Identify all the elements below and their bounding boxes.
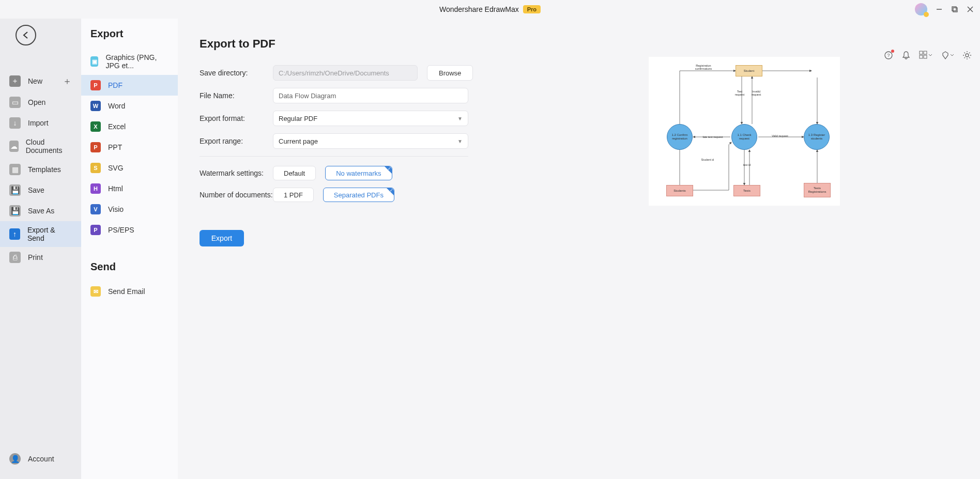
label-file-name: File Name:: [200, 91, 273, 100]
pill-label: Separated PDFs: [334, 191, 384, 199]
export-list: ▣ Graphics (PNG, JPG et... P PDF W Word …: [81, 48, 178, 240]
watermark-none-option[interactable]: No watermarks: [325, 166, 392, 180]
label-invalid-req: Invalid request: [749, 90, 763, 96]
export-item-label: Html: [108, 184, 123, 193]
back-button[interactable]: [16, 25, 36, 45]
mail-icon: ✉: [90, 286, 101, 297]
sidebar-item-cloud[interactable]: ☁ Cloud Documents: [0, 133, 81, 159]
svg-rect-9: [920, 55, 923, 58]
sidebar-item-new[interactable]: ＋ New ＋: [0, 70, 81, 92]
export-item-excel[interactable]: X Excel: [81, 116, 178, 137]
ppt-file-icon: P: [90, 142, 101, 152]
word-file-icon: W: [90, 101, 101, 111]
arrow-left-icon: [21, 30, 31, 40]
export-item-svg[interactable]: S SVG: [81, 158, 178, 178]
image-file-icon: ▣: [90, 56, 98, 67]
export-item-visio[interactable]: V Visio: [81, 199, 178, 220]
sidebar-item-label: Save: [28, 186, 44, 194]
export-button[interactable]: Export: [200, 230, 244, 246]
send-item-label: Send Email: [108, 287, 145, 296]
user-icon: 👤: [9, 453, 21, 465]
label-test-id: test id: [741, 163, 753, 166]
help-icon[interactable]: ?: [884, 51, 893, 60]
row-numdocs: Number of documents: 1 PDF Separated PDF…: [200, 188, 489, 202]
select-value: Regular PDF: [279, 115, 317, 122]
plus-icon: ＋: [9, 75, 21, 87]
maximize-icon[interactable]: [951, 6, 958, 13]
sidebar-item-label: Templates: [28, 165, 61, 174]
user-avatar[interactable]: [915, 3, 927, 16]
browse-button[interactable]: Browse: [427, 65, 473, 81]
sidebar-item-save[interactable]: 💾 Save: [0, 180, 81, 200]
row-export-range: Export range: Current page ▼: [200, 133, 489, 149]
svg-rect-2: [953, 8, 957, 12]
sidebar-item-templates[interactable]: ▦ Templates: [0, 159, 81, 180]
row-watermark: Watermark settings: Default No watermark…: [200, 166, 489, 180]
sidebar-item-label: Print: [28, 253, 43, 261]
row-export-format: Export format: Regular PDF ▼: [200, 111, 489, 126]
add-icon[interactable]: ＋: [63, 75, 72, 87]
export-item-ppt[interactable]: P PPT: [81, 137, 178, 158]
label-watermark: Watermark settings:: [200, 169, 273, 177]
file-name-input[interactable]: [273, 88, 468, 103]
theme-icon[interactable]: [941, 51, 954, 60]
import-icon: ↓: [9, 117, 21, 129]
folder-icon: ▭: [9, 97, 21, 108]
sidebar-item-label: New: [28, 77, 42, 85]
content: Export to PDF Save directory: Browse Fil…: [178, 19, 980, 479]
chevron-down-icon: ▼: [457, 138, 463, 144]
save-icon: 💾: [9, 184, 21, 196]
export-item-graphics[interactable]: ▣ Graphics (PNG, JPG et...: [81, 48, 178, 75]
grid-icon[interactable]: [919, 51, 932, 60]
export-item-label: Graphics (PNG, JPG et...: [105, 53, 169, 70]
export-item-label: Word: [108, 102, 125, 110]
watermark-default-option[interactable]: Default: [273, 166, 316, 180]
send-email-item[interactable]: ✉ Send Email: [81, 281, 178, 302]
select-value: Current page: [279, 137, 318, 145]
export-item-label: Excel: [108, 122, 126, 131]
sidebar-item-label: Export & Send: [27, 226, 72, 242]
minimize-icon[interactable]: [936, 6, 943, 13]
save-directory-input[interactable]: [273, 65, 418, 81]
titlebar-right: [915, 3, 974, 16]
svg-rect-7: [920, 51, 923, 54]
sidebar-item-label: Open: [28, 98, 45, 106]
export-item-pdf[interactable]: P PDF: [81, 75, 178, 96]
close-icon[interactable]: [967, 6, 974, 13]
export-item-html[interactable]: H Html: [81, 178, 178, 199]
sidebar-item-saveas[interactable]: 💾 Save As: [0, 200, 81, 221]
export-format-select[interactable]: Regular PDF ▼: [273, 111, 468, 126]
label-export-range: Export range:: [200, 137, 273, 145]
numdocs-one-option[interactable]: 1 PDF: [273, 188, 314, 202]
sidebar-item-open[interactable]: ▭ Open: [0, 92, 81, 113]
sidebar-left: ＋ New ＋ ▭ Open ↓ Import ☁ Cloud Document…: [0, 19, 81, 479]
svg-rect-1: [952, 7, 956, 11]
numdocs-separated-option[interactable]: Separated PDFs: [323, 188, 394, 202]
label-latetest: late test request: [702, 135, 723, 138]
export-heading: Export: [81, 28, 178, 48]
account-label: Account: [28, 455, 54, 463]
saveas-icon: 💾: [9, 205, 21, 217]
label-save-directory: Save directory:: [200, 69, 273, 77]
export-item-word[interactable]: W Word: [81, 96, 178, 116]
export-icon: ↑: [9, 228, 20, 240]
divider: [200, 156, 468, 157]
ps-file-icon: P: [90, 225, 101, 235]
gear-icon[interactable]: [962, 51, 972, 60]
sidebar-item-import[interactable]: ↓ Import: [0, 113, 81, 133]
export-item-pseps[interactable]: P PS/EPS: [81, 220, 178, 240]
sidebar-item-print[interactable]: ⎙ Print: [0, 247, 81, 268]
bell-icon[interactable]: [901, 51, 911, 60]
node-register: 1.3 Register students: [804, 124, 830, 150]
export-range-select[interactable]: Current page ▼: [273, 133, 468, 149]
titlebar-center: Wondershare EdrawMax Pro: [439, 5, 541, 13]
preview-card: Student 1.2 Confirm registration 1.1 Che…: [649, 57, 840, 206]
account-button[interactable]: 👤 Account: [0, 449, 81, 469]
visio-file-icon: V: [90, 204, 101, 214]
label-export-format: Export format:: [200, 114, 273, 122]
pro-badge: Pro: [523, 5, 541, 13]
form-column: Export to PDF Save directory: Browse Fil…: [200, 37, 489, 460]
sidebar-item-export-send[interactable]: ↑ Export & Send: [0, 221, 81, 247]
label-test-req: Test request: [732, 90, 747, 96]
label-valid-req: Valid request: [769, 134, 791, 137]
